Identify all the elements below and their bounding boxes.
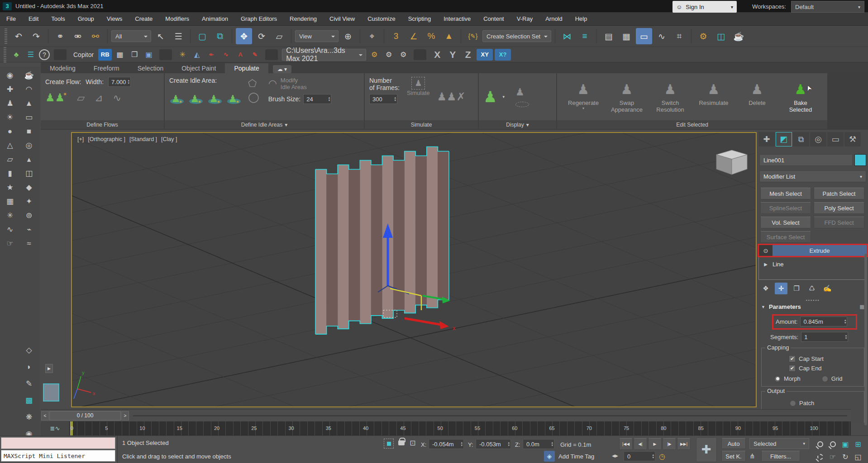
bake-selected-button[interactable]: ♟ BakeSelected [779,79,822,113]
fan-icon[interactable]: ❋ [21,411,37,424]
configure-modifier-sets-icon[interactable]: ✍ [821,283,834,294]
select-and-rotate-icon[interactable]: ⟳ [253,28,270,44]
menu-item[interactable]: Customize [361,12,401,26]
edit-selected-strip[interactable]: Edit Selected [557,120,827,129]
plane-icon[interactable]: ▱ [2,153,18,166]
menu-item[interactable]: Modifiers [159,12,196,26]
maxscript-mini-listener[interactable]: MAXScript Mini Listener [1,450,115,462]
key-filters-icon[interactable]: ⋔ [749,452,755,460]
expand-arrow-button[interactable]: ▶ [45,364,53,373]
monitor-icon[interactable]: ▭ [21,111,37,124]
bone-icon[interactable]: ⌁ [21,223,37,236]
mesh-select-button[interactable]: Mesh Select [760,188,811,199]
snap-toggle-3d-icon[interactable]: 3 [388,28,404,44]
menu-item[interactable]: Help [569,12,594,26]
current-frame-field[interactable]: 0▴▾ [624,451,655,461]
select-object-icon[interactable]: ↖ [153,28,169,44]
y-coordinate-field[interactable]: -0.053m▴▾ [476,439,511,449]
separator[interactable] [461,29,461,43]
spinner-arrows-icon[interactable]: ▴▾ [508,441,510,447]
cap-end-checkbox[interactable]: ✔ [789,365,796,372]
y-lock-button[interactable]: Y [446,49,459,61]
angle-snap-icon[interactable]: ∠ [405,28,422,44]
select-and-move-icon[interactable]: ✥ [236,28,252,44]
rectangular-selection-region-icon[interactable]: ▢ [194,28,210,44]
xy-button[interactable]: XY [477,49,493,61]
light-icon[interactable]: ☀ [2,111,18,124]
populate-gear-icon[interactable]: ⚙ [368,49,381,61]
time-configuration-icon[interactable]: ◷ [659,452,665,461]
delete-button[interactable]: ♟ Delete [735,79,779,106]
sign-in-button[interactable]: ☺ Sign In ▾ [672,1,737,13]
x-coordinate-field[interactable]: -0.054m▴▾ [429,439,464,449]
spline-select-button[interactable]: SplineSelect [760,202,811,214]
hamburger-menu-icon[interactable]: ☰ [24,49,37,61]
hand-icon[interactable]: ☞ [2,237,18,250]
drag-grip-icon[interactable]: ▦ [860,304,864,310]
people-icon[interactable]: ♟ [2,97,18,110]
flow-ramp-2-icon[interactable]: ⊿ [95,92,103,104]
grid-icon[interactable]: ▦ [2,195,18,208]
spinner-arrows-icon[interactable]: ▴▾ [551,441,553,447]
idle-polygon-icon[interactable]: ⬠ [248,78,259,90]
project-path-dropdown[interactable]: C:\Users\Ara...3ds Max 2021 [282,49,366,61]
next-frame-button[interactable]: |▶ [663,438,676,450]
show-end-result-icon[interactable]: ✛ [775,283,787,294]
selection-filter-dropdown[interactable]: All [111,30,151,42]
spinner-arrows-icon[interactable]: ▴▾ [128,79,130,85]
z-lock-button[interactable]: Z [461,49,475,61]
undo-icon[interactable]: ↶ [10,28,27,44]
cloth-icon[interactable]: ∿ [2,223,18,236]
object-color-swatch[interactable] [854,154,866,166]
parameters-rollout-header[interactable]: ▼ Parameters ▦ [761,303,864,310]
tab-selection[interactable]: Selection [129,63,173,73]
star-icon[interactable]: ★ [2,181,18,194]
water-icon[interactable]: ≈ [21,237,37,250]
render-production-icon[interactable]: ☕ [730,28,747,44]
hierarchy-tab-icon[interactable]: ⧉ [793,132,809,146]
remove-modifier-icon[interactable]: ♺ [806,283,818,294]
tab-modeling[interactable]: Modeling [41,63,85,73]
spray-icon[interactable]: ✳ [2,209,18,222]
menu-item[interactable]: Create [129,12,159,26]
cap-start-checkbox[interactable]: ✔ [789,355,796,362]
toolbar-grip[interactable] [5,28,7,44]
box-icon[interactable]: ■ [21,125,37,138]
mini-curve-editor-button[interactable]: ≣∿ [41,421,70,435]
select-by-name-icon[interactable]: ☰ [170,28,186,44]
use-pivot-center-icon[interactable]: ⊕ [340,28,356,44]
idle-lasso-icon[interactable]: ◯ [248,91,259,103]
help-icon[interactable]: ? [39,49,50,60]
separator[interactable] [48,29,48,43]
viewport-label-part[interactable]: [Clay ] [161,136,177,142]
next-frame-slider-button[interactable]: > [121,411,129,420]
workspaces-dropdown[interactable]: Default ▾ [791,1,864,13]
modify-idle-icon[interactable]: ◠ [268,78,277,90]
idle-area-preset-3-icon[interactable]: ♟✶ [207,87,223,105]
viewport-layout-tab[interactable] [43,383,59,402]
switch-resolution-button[interactable]: ♟ SwitchResolution [649,79,692,113]
channel-info-icon[interactable]: ▦ [114,49,126,61]
menu-item[interactable]: Arnold [539,12,569,26]
x-lock-button[interactable]: X [430,49,444,61]
previous-frame-button[interactable]: ◀| [634,438,647,450]
mirror-icon[interactable]: ⋈ [559,28,575,44]
separator[interactable] [384,29,384,43]
frames-field[interactable]: 300▴▾ [369,94,397,104]
grid-radio[interactable] [822,376,828,382]
rb-button[interactable]: RB [98,49,112,61]
reference-coordinate-dropdown[interactable]: View [295,30,339,42]
create-tab-icon[interactable]: ✚ [758,132,775,146]
separator[interactable] [596,29,597,43]
set-keys-button[interactable]: ✚ [696,437,717,462]
named-selection-set-dropdown[interactable]: Create Selection Set [482,30,551,42]
scrollbar[interactable] [864,254,867,425]
menu-item[interactable]: Scripting [402,12,438,26]
tab-freeform[interactable]: Freeform [85,63,129,73]
gear-3-icon[interactable]: ⚙ [397,49,410,61]
separator[interactable] [265,49,278,60]
torus-icon[interactable]: ◎ [21,139,37,152]
patch-select-button[interactable]: Patch Select [814,188,864,199]
edit-named-selection-sets-icon[interactable]: {✎} [465,28,481,44]
ffd-select-button[interactable]: FFD Select [814,217,864,228]
